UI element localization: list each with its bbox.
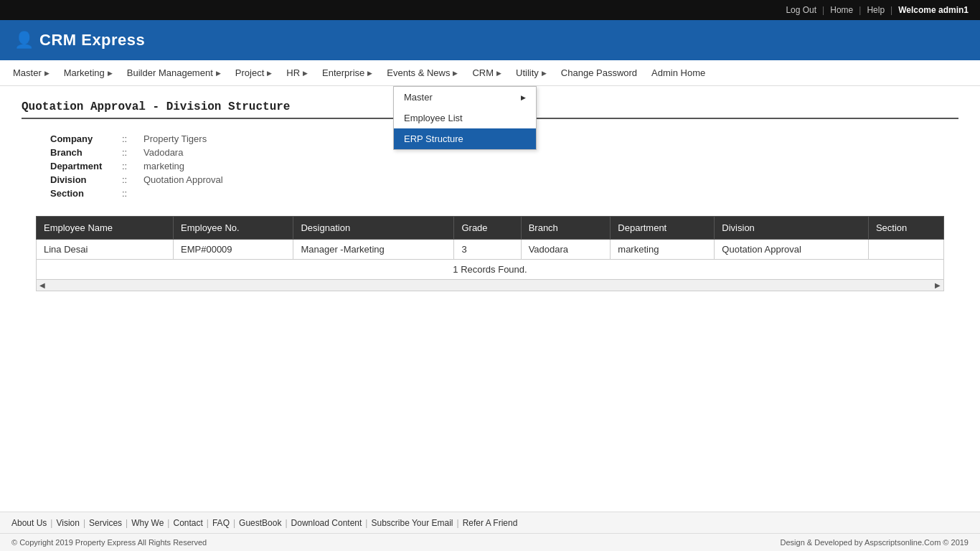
nav-crm-arrow: ▶ — [496, 70, 501, 77]
info-division: Division :: Quotation Approval — [50, 174, 958, 185]
cell-grade: 3 — [454, 240, 521, 260]
navbar: Master ▶ Marketing ▶ Builder Management … — [0, 60, 980, 86]
col-grade: Grade — [454, 217, 521, 240]
copyright-text: © Copyright 2019 Property Express All Ri… — [11, 538, 207, 547]
cell-employee-no: EMP#00009 — [174, 240, 293, 260]
data-table-wrapper: Employee Name Employee No. Designation G… — [36, 216, 944, 291]
nav-project[interactable]: Project ▶ — [228, 60, 279, 86]
col-department: Department — [611, 217, 715, 240]
footer-links: About Us| Vision| Services| Why We| Cont… — [0, 512, 980, 534]
records-found: 1 Records Found. — [36, 260, 944, 280]
col-designation: Designation — [293, 217, 454, 240]
footer-why[interactable]: Why We — [131, 518, 164, 528]
footer-copyright: © Copyright 2019 Property Express All Ri… — [0, 533, 980, 551]
cell-section — [868, 240, 943, 260]
nav-utility[interactable]: Utility ▶ — [509, 60, 554, 86]
logout-link[interactable]: Log Out — [786, 5, 816, 15]
nav-utility-arrow: ▶ — [542, 70, 547, 77]
header: 👤 CRM Express — [0, 20, 980, 60]
cell-designation: Manager -Marketing — [293, 240, 454, 260]
nav-events-arrow: ▶ — [453, 70, 458, 77]
col-employee-name: Employee Name — [37, 217, 174, 240]
nav-events[interactable]: Events & News ▶ — [380, 60, 465, 86]
nav-master-arrow: ▶ — [44, 70, 50, 77]
nav-builder[interactable]: Builder Management ▶ — [120, 60, 228, 86]
cell-branch: Vadodara — [521, 240, 611, 260]
nav-hr-arrow: ▶ — [303, 70, 308, 77]
help-link[interactable]: Help — [867, 5, 885, 15]
employee-table: Employee Name Employee No. Designation G… — [36, 216, 944, 260]
nav-master[interactable]: Master ▶ — [6, 60, 57, 86]
sep3: | — [890, 5, 892, 15]
nav-change-password[interactable]: Change Password — [554, 60, 644, 86]
credits-text: Design & Developed by Aspscriptsonline.C… — [781, 538, 969, 547]
col-branch: Branch — [521, 217, 611, 240]
footer-guestbook[interactable]: GuestBook — [239, 518, 281, 528]
nav-enterprise-arrow: ▶ — [367, 70, 372, 77]
dropdown-menu: Master ▶ Employee List ERP Structure — [393, 86, 537, 150]
footer-vision[interactable]: Vision — [56, 518, 79, 528]
footer-services[interactable]: Services — [89, 518, 122, 528]
nav-builder-arrow: ▶ — [216, 70, 221, 77]
scroll-left-arrow[interactable]: ◀ — [39, 281, 45, 289]
welcome-text: Welcome admin1 — [898, 5, 969, 15]
cell-department: marketing — [611, 240, 715, 260]
nav-marketing[interactable]: Marketing ▶ — [57, 60, 120, 86]
info-department: Department :: marketing — [50, 161, 958, 171]
logo-text: CRM Express — [39, 31, 145, 50]
cell-employee-name: Lina Desai — [37, 240, 174, 260]
nav-admin-home[interactable]: Admin Home — [644, 60, 712, 86]
nav-enterprise[interactable]: Enterprise ▶ — [315, 60, 380, 86]
dropdown-erp-structure[interactable]: ERP Structure — [394, 128, 536, 149]
top-bar: Log Out | Home | Help | Welcome admin1 — [0, 0, 980, 20]
footer-download[interactable]: Download Content — [291, 518, 362, 528]
table-scrollbar[interactable]: ◀ ▶ — [36, 280, 944, 291]
footer-about[interactable]: About Us — [11, 518, 47, 528]
table-row[interactable]: Lina Desai EMP#00009 Manager -Marketing … — [37, 240, 944, 260]
nav-hr[interactable]: HR ▶ — [279, 60, 315, 86]
scroll-right-arrow[interactable]: ▶ — [935, 281, 941, 289]
footer-refer[interactable]: Refer A Friend — [463, 518, 518, 528]
table-header-row: Employee Name Employee No. Designation G… — [37, 217, 944, 240]
nav-crm[interactable]: CRM ▶ — [465, 60, 509, 86]
dropdown-master-arrow: ▶ — [521, 94, 526, 101]
footer-subscribe[interactable]: Subscribe Your Email — [371, 518, 453, 528]
col-division: Division — [715, 217, 869, 240]
home-link[interactable]: Home — [830, 5, 853, 15]
footer-faq[interactable]: FAQ — [212, 518, 230, 528]
nav-marketing-arrow: ▶ — [108, 70, 113, 77]
footer-contact[interactable]: Contact — [173, 518, 202, 528]
sep2: | — [859, 5, 861, 15]
info-section: Section :: — [50, 188, 958, 199]
dropdown-master[interactable]: Master ▶ — [394, 87, 536, 108]
col-employee-no: Employee No. — [174, 217, 293, 240]
sep1: | — [822, 5, 824, 15]
logo-icon: 👤 — [14, 31, 34, 50]
dropdown-employee-list[interactable]: Employee List — [394, 108, 536, 128]
nav-project-arrow: ▶ — [267, 70, 272, 77]
col-section: Section — [868, 217, 943, 240]
cell-division: Quotation Approval — [715, 240, 869, 260]
